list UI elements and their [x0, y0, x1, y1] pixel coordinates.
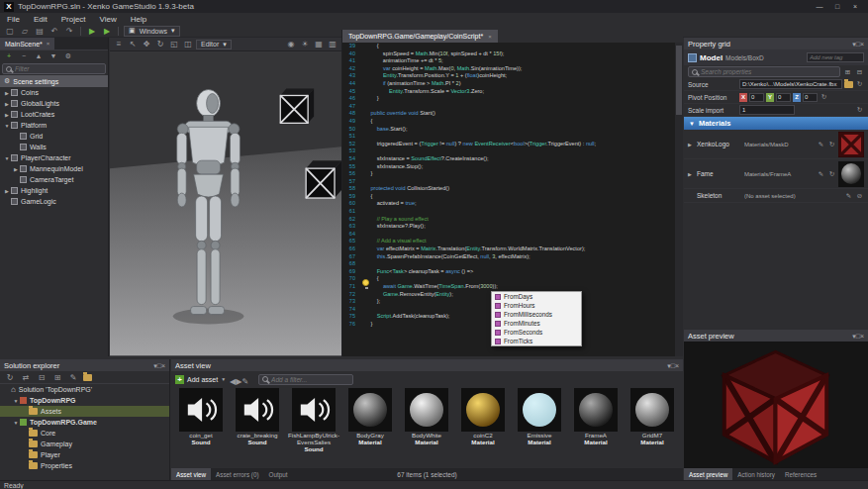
reset-icon[interactable]: ↻ [827, 170, 836, 178]
solution-tree-item-topdownrpg[interactable]: ▼TopDownRPG [0, 395, 169, 406]
tab-mainscene[interactable]: MainScene* × [0, 38, 54, 49]
solution-tree-item-player[interactable]: Player [0, 449, 169, 460]
chevron-right-icon[interactable]: ▶ [12, 166, 20, 172]
brush-icon[interactable]: ✎ [241, 377, 248, 386]
play-icon[interactable]: ▶ [86, 26, 98, 37]
chevron-right-icon[interactable]: ▶ [3, 90, 11, 96]
scene-tree-item-gamelogic[interactable]: GameLogic [0, 196, 108, 207]
solution-tree-item-core[interactable]: Core [0, 428, 169, 439]
menu-file[interactable]: File [0, 15, 27, 24]
reset-icon[interactable]: ↻ [855, 106, 864, 114]
sync-icon[interactable]: ⇄ [20, 372, 32, 383]
assetview-tab-output[interactable]: Output [264, 468, 293, 480]
new-icon[interactable]: ▢ [4, 26, 16, 37]
magnet-icon[interactable]: ◫ [182, 39, 194, 49]
menu-icon[interactable]: ≡ [113, 39, 125, 49]
maximize-button[interactable]: □ [828, 0, 846, 13]
display-icon[interactable]: ▥ [327, 39, 338, 49]
edit-icon[interactable]: ✎ [817, 141, 825, 148]
assetview-tab-asset-errors-0-[interactable]: Asset errors (0) [211, 468, 263, 480]
solution-tree-item-properties[interactable]: Properties [0, 460, 169, 471]
expand-all-icon[interactable]: ⊞ [843, 68, 852, 76]
assetpreview-tab-references[interactable]: References [780, 468, 821, 480]
asset-tile-coinc2[interactable]: coinC2Material [455, 387, 511, 467]
add-asset-button[interactable]: + Add asset ▼ [175, 375, 226, 384]
refresh-icon[interactable]: ↻ [4, 372, 16, 383]
chevron-right-icon[interactable]: ▶ [3, 101, 11, 107]
asset-tile-coin-get[interactable]: coin_getSound [173, 387, 229, 467]
edit-icon[interactable]: ✎ [67, 372, 79, 383]
assetpreview-tab-action-history[interactable]: Action history [732, 468, 780, 480]
settings-icon[interactable]: ⚙ [62, 51, 74, 61]
close-icon[interactable]: × [675, 362, 679, 369]
reset-icon[interactable]: ↻ [820, 93, 828, 101]
assetpreview-tab-asset-preview[interactable]: Asset preview [684, 468, 732, 480]
close-icon[interactable]: × [860, 41, 864, 48]
asset-tile-framea[interactable]: FrameAMaterial [568, 387, 624, 467]
chevron-down-icon[interactable]: ▼ [3, 123, 11, 129]
collapse-all-icon[interactable]: ⊟ [855, 68, 864, 76]
close-icon[interactable]: × [161, 362, 165, 369]
material-row-xenkologo[interactable]: ▶ XenkoLogo Materials/MaskD ✎ ↻ [684, 130, 868, 159]
scene-tree-item-cameratarget[interactable]: CameraTarget [0, 174, 108, 185]
folder-icon[interactable] [83, 374, 92, 381]
solution-tree-item-solution-topdownrpg-[interactable]: ⌂Solution 'TopDownRPG' [0, 384, 169, 395]
completion-item-fromminutes[interactable]: FromMinutes [492, 319, 581, 328]
tab-coinscript[interactable]: TopDownRPG.Game/Gameplay/CoinScript* × [342, 30, 498, 43]
scene-tree-item-mannequinmodel[interactable]: ▶MannequinModel [0, 163, 108, 174]
asset-tile-gridm7[interactable]: GridM7Material [625, 387, 680, 467]
skeleton-row[interactable]: Skeleton (No asset selected) ✎ ⊘ [684, 189, 868, 203]
code-scrollbar[interactable] [675, 43, 683, 356]
asset-tile-crate-breaking[interactable]: crate_breakingSound [230, 387, 285, 467]
asset-tile-emissive[interactable]: EmissiveMaterial [512, 387, 567, 467]
move-down-icon[interactable]: ▼ [48, 51, 59, 61]
material-row-fame[interactable]: ▶ Fame Materials/FrameA ✎ ↻ [684, 159, 868, 189]
move-up-icon[interactable]: ▲ [33, 51, 45, 61]
chevron-down-icon[interactable]: ▼ [12, 420, 20, 426]
scene-settings-row[interactable]: ⚙ Scene settings [0, 75, 108, 87]
pivot-y-input[interactable] [776, 93, 791, 102]
completion-item-fromticks[interactable]: FromTicks [492, 337, 581, 345]
scene-tree-item-walls[interactable]: Walls [0, 142, 108, 152]
assetview-tab-asset-view[interactable]: Asset view [171, 468, 211, 480]
scene-filter-input[interactable] [15, 65, 102, 72]
close-icon[interactable]: × [47, 41, 50, 47]
scene-tree-item-coins[interactable]: ▶Coins [0, 87, 108, 98]
editor-dropdown[interactable]: Editor▾ [196, 40, 232, 49]
redo-icon[interactable]: ↷ [63, 26, 75, 37]
chevron-right-icon[interactable]: ▶ [3, 188, 11, 194]
camera-icon[interactable]: ◉ [285, 39, 297, 49]
chevron-right-icon[interactable]: ▶ [3, 112, 11, 118]
scene-tree-item-playercharacter[interactable]: ▼PlayerCharacter [0, 152, 108, 163]
solution-tree-item-topdownrpg-game[interactable]: ▼TopDownRPG.Game [0, 417, 169, 428]
scene-tree-item-highlight[interactable]: ▶Highlight [0, 185, 108, 196]
browse-folder-icon[interactable] [844, 81, 853, 88]
chevron-down-icon[interactable]: ▼ [12, 398, 20, 404]
reset-icon[interactable]: ↻ [827, 141, 836, 148]
collapse-all-icon[interactable]: ⊟ [36, 372, 48, 383]
scale-icon[interactable]: ◱ [168, 39, 180, 49]
asset-preview-canvas[interactable] [684, 342, 868, 468]
completion-item-fromhours[interactable]: FromHours [492, 301, 581, 310]
asset-tile-bodygray[interactable]: BodyGrayMaterial [342, 387, 398, 467]
add-tag-input[interactable] [807, 52, 864, 62]
grid-icon[interactable]: ▦ [313, 39, 325, 49]
save-icon[interactable]: ▤ [34, 26, 46, 37]
reset-icon[interactable]: ↻ [855, 80, 864, 88]
material-thumbnail[interactable] [838, 132, 864, 157]
add-entity-icon[interactable]: + [3, 51, 15, 61]
edit-icon[interactable]: ✎ [817, 170, 825, 178]
pivot-z-input[interactable] [803, 93, 818, 102]
expand-all-icon[interactable]: ⊞ [51, 372, 63, 383]
scale-import-input[interactable] [739, 105, 795, 115]
open-icon[interactable]: ▱ [19, 26, 31, 37]
move-icon[interactable]: ✥ [141, 39, 152, 49]
completion-item-frommilliseconds[interactable]: FromMilliseconds [492, 310, 581, 319]
material-thumbnail[interactable] [838, 161, 864, 187]
completion-item-fromdays[interactable]: FromDays [492, 292, 581, 301]
solution-tree-item-gameplay[interactable]: Gameplay [0, 439, 169, 449]
select-icon[interactable]: ↖ [127, 39, 139, 49]
play-remote-icon[interactable]: ▶ [101, 26, 113, 37]
rotate-icon[interactable]: ↻ [154, 39, 166, 49]
close-icon[interactable]: × [488, 34, 492, 40]
